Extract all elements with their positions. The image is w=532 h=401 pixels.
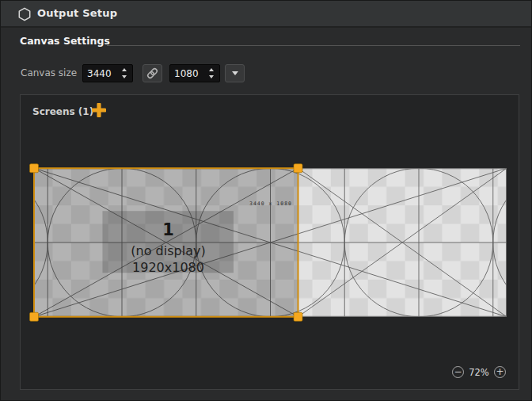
canvas-width-spinbox[interactable] bbox=[82, 64, 133, 82]
chain-link-icon bbox=[146, 67, 159, 80]
zoom-in-button[interactable]: + bbox=[494, 366, 506, 378]
screen-resolution: 1920x1080 bbox=[132, 260, 204, 275]
add-screen-button[interactable] bbox=[92, 103, 106, 117]
zoom-in-icon: + bbox=[496, 366, 504, 377]
section-divider bbox=[107, 45, 520, 46]
width-spinner-up-icon[interactable] bbox=[122, 68, 127, 71]
canvas-width-input[interactable] bbox=[87, 65, 119, 82]
page-title: Output Setup bbox=[37, 1, 117, 26]
resize-handle-top-left[interactable] bbox=[30, 164, 39, 173]
screen-number: 1 bbox=[162, 220, 174, 239]
screen-display-status: (no display) bbox=[131, 243, 205, 258]
app-hexagon-icon bbox=[17, 7, 32, 21]
screens-panel: Screens (1) bbox=[20, 94, 519, 390]
chevron-down-icon bbox=[232, 71, 238, 75]
canvas-preview[interactable]: 3440 x 1080 1 (no display) 1920x1080 bbox=[34, 168, 507, 317]
height-spinner-down-icon[interactable] bbox=[209, 75, 214, 78]
canvas-height-input[interactable] bbox=[174, 65, 206, 82]
resize-handle-top-right[interactable] bbox=[294, 164, 302, 173]
test-pattern: 3440 x 1080 1 (no display) 1920x1080 bbox=[0, 168, 532, 317]
height-spinner-up-icon[interactable] bbox=[209, 68, 214, 71]
canvas-height-spinbox[interactable] bbox=[169, 64, 220, 82]
width-spinner-down-icon[interactable] bbox=[122, 75, 127, 78]
output-setup-window: Output Setup Canvas Settings Canvas size bbox=[0, 0, 532, 401]
zoom-out-button[interactable]: − bbox=[452, 366, 464, 378]
resize-handle-bottom-left[interactable] bbox=[30, 312, 39, 321]
size-preset-dropdown[interactable] bbox=[225, 64, 245, 82]
canvas-settings-title: Canvas Settings bbox=[20, 35, 110, 47]
canvas-size-label: Canvas size bbox=[21, 67, 77, 78]
link-dimensions-button[interactable] bbox=[142, 64, 162, 82]
zoom-out-icon: − bbox=[454, 366, 462, 377]
resize-handle-bottom-right[interactable] bbox=[294, 312, 302, 321]
zoom-level: 72% bbox=[466, 367, 492, 378]
header-bar: Output Setup bbox=[1, 1, 531, 28]
plus-icon bbox=[92, 103, 106, 117]
screens-title: Screens (1) bbox=[32, 106, 93, 117]
